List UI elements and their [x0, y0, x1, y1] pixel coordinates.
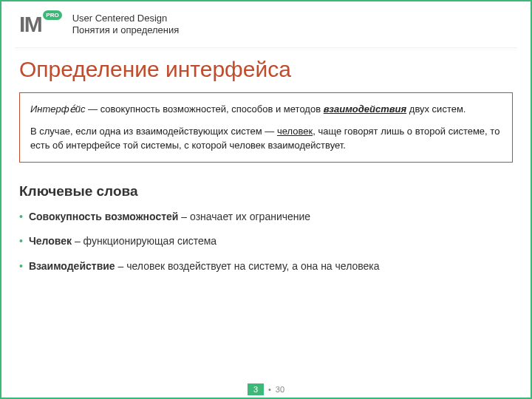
header-title: User Centered Design: [72, 13, 180, 24]
definition-p1: Интерфе́йс — совокупность возможностей, …: [30, 102, 502, 117]
definition-tail: двух систем.: [406, 103, 466, 115]
slide: IM PRO User Centered Design Понятия и оп…: [0, 0, 532, 399]
list-item: • Взаимодействие – человек воздействует …: [19, 259, 513, 274]
logo-text: IM: [19, 12, 41, 37]
list-item: • Совокупность возможностей – означает и…: [19, 210, 513, 225]
list-item-rest: – человек воздействует на систему, а она…: [115, 260, 380, 272]
header-text: User Centered Design Понятия и определен…: [72, 13, 180, 35]
page-title: Определение интерфейса: [1, 48, 531, 92]
header: IM PRO User Centered Design Понятия и оп…: [1, 1, 531, 44]
definition-box: Интерфе́йс — совокупность возможностей, …: [19, 92, 513, 163]
list-item-strong: Взаимодействие: [29, 260, 115, 272]
list-item-rest: – функционирующая система: [72, 235, 216, 247]
logo-badge: PRO: [43, 10, 61, 20]
definition-term: Интерфе́йс: [30, 103, 85, 115]
list-item-strong: Совокупность возможностей: [29, 211, 179, 222]
subhead: Ключевые слова: [1, 163, 531, 210]
definition-p2: В случае, если одна из взаимодействующих…: [30, 124, 502, 153]
footer: 3 • 30: [1, 381, 531, 398]
pager: 3 • 30: [240, 381, 292, 398]
definition-emph: взаимодействия: [324, 103, 407, 115]
list-item-text: Человек – функционирующая система: [29, 234, 216, 249]
list-item-text: Совокупность возможностей – означает их …: [29, 210, 310, 225]
definition-p2a: В случае, если одна из взаимодействующих…: [30, 126, 277, 137]
page-current: 3: [248, 383, 264, 395]
list-item-rest: – означает их ограничение: [178, 211, 310, 222]
page-total: 30: [276, 385, 284, 394]
bullet-icon: •: [19, 234, 23, 249]
bullet-icon: •: [19, 259, 23, 274]
logo: IM PRO: [19, 12, 62, 37]
list-item-strong: Человек: [29, 235, 72, 247]
bullet-icon: •: [19, 210, 23, 225]
list-item-text: Взаимодействие – человек воздействует на…: [29, 259, 380, 274]
definition-p2u: человек: [277, 126, 313, 137]
list-item: • Человек – функционирующая система: [19, 234, 513, 249]
bullet-list: • Совокупность возможностей – означает и…: [1, 210, 531, 274]
definition-sep: — совокупность возможностей, способов и …: [85, 103, 323, 115]
page-sep: •: [268, 385, 271, 394]
header-subtitle: Понятия и определения: [72, 24, 180, 36]
